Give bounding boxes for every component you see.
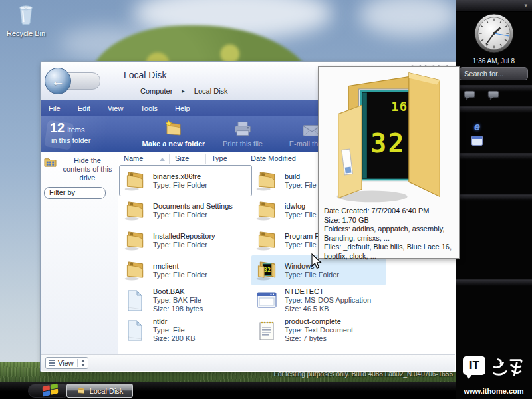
menu-view[interactable]: View [108,104,124,112]
recycle-bin-shortcut[interactable]: Recycle Bin [3,4,49,37]
file-name: rmclient [153,262,207,271]
file-type: Type: MS-DOS Application [285,296,371,305]
chat-bubble-icon[interactable] [486,90,501,104]
breadcrumb-local-disk[interactable]: Local Disk [194,87,228,95]
folder-icon [122,260,148,281]
menu-file[interactable]: File [49,104,61,112]
column-header-date-modified[interactable]: Date Modified [245,154,327,164]
view-button[interactable]: View [45,357,88,369]
file-type: Type: File Folder [153,181,207,190]
file-type: Type: File Folder [153,211,233,219]
file-icon [122,320,148,341]
analog-clock-icon [473,13,515,54]
folder-icon [122,200,148,221]
column-header-type[interactable]: Type [206,154,245,164]
file-size: Size: 280 KB [153,334,196,343]
make-new-folder-button[interactable]: Make a new folder [139,118,208,148]
window-app-icon[interactable] [471,136,483,146]
task-panel: Hide the contents of this drive Filter b… [41,152,118,354]
item-count-panel: 12items in this folder [41,116,134,152]
ithome-watermark: IT www.ithome.com [456,356,532,395]
file-name: Documents and Settings [153,202,233,211]
file-tile[interactable]: InstalledRepository Type: File Folder [120,225,251,255]
back-button[interactable]: ← [45,68,71,94]
clock-tile: 1:36 AM, Jul 8 [456,13,532,65]
folder-icon [122,170,148,191]
new-folder-icon [139,118,208,138]
infotip-folders: Folders: addins, apppatch, assembly, Bra… [324,225,454,243]
folder-icon [254,230,279,251]
file-size: Size: 46.5 KB [285,305,371,313]
folder-infotip: 16 32 Date Created: 7/7/2004 6:40 PM Siz… [318,66,460,259]
svg-text:32: 32 [370,128,405,158]
file-name: ntldr [153,317,196,326]
infotip-date-created: Date Created: 7/7/2004 6:40 PM [324,207,454,216]
file-type: Type: File Folder [153,241,215,249]
task-icon [76,385,86,397]
file-icon [122,290,148,311]
make-new-folder-label: Make a new folder [139,140,208,148]
list-view-icon [49,360,55,366]
file-tile[interactable]: binaries.x86fre Type: File Folder [120,166,251,196]
file-name: product-complete [285,317,353,326]
sidebar: ▾ [456,0,532,399]
ithome-it-logo: IT [463,356,485,375]
column-header-size[interactable]: Size [170,154,206,164]
file-tile[interactable]: NTDETECT Type: MS-DOS Application Size: … [251,285,386,315]
file-type: Type: File Folder [153,271,207,279]
sidebar-divider [456,153,532,160]
filter-by-input[interactable]: Filter by [44,187,106,199]
view-spinner[interactable] [81,360,85,366]
back-arrow-icon: ← [51,74,65,89]
file-tile[interactable]: ntldr Type: File Size: 280 KB [120,315,251,345]
menu-edit[interactable]: Edit [78,104,90,112]
desktop: Recycle Bin ← Local Disk Computer ▸ Loca… [0,0,532,399]
recycle-bin-label: Recycle Bin [3,29,49,37]
file-tile[interactable]: rmclient Type: File Folder [120,255,251,285]
sort-ascending-icon [160,158,165,161]
divider [77,359,78,367]
item-count-subtitle: in this folder [51,136,90,144]
file-size: Size: 7 bytes [285,334,353,343]
sidebar-divider [456,279,532,286]
file-tile[interactable]: Documents and Settings Type: File Folder [120,196,251,225]
sidebar-divider [456,106,532,113]
item-count: 12 [50,120,65,135]
window-title: Local Disk [124,70,167,80]
column-header-name[interactable]: Name [118,154,170,164]
taskbar-task-local-disk[interactable]: Local Disk [66,384,133,398]
chat-bubble-icon[interactable] [462,90,477,104]
msdos-icon [254,292,279,309]
task-label: Local Disk [90,387,124,395]
sidebar-header: ▾ [456,0,532,12]
view-button-label: View [58,359,74,367]
menu-tools[interactable]: Tools [140,104,158,112]
breadcrumb-computer[interactable]: Computer [140,87,172,95]
internet-explorer-icon[interactable]: e [474,121,480,133]
folder-preview-icon: 32 [254,260,279,281]
ithome-cn-glyph [491,356,525,378]
sidebar-search-input[interactable]: Search for... [459,67,528,80]
folder-icon [254,170,279,191]
sidebar-menu-arrow-icon[interactable]: ▾ [524,2,527,9]
svg-text:16: 16 [391,100,408,114]
recycle-bin-icon [15,17,37,28]
column-header-row: NameSizeTypeDate Modified [118,154,327,164]
svg-text:32: 32 [264,267,271,273]
print-file-label: Print this file [208,140,277,148]
menu-help[interactable]: Help [175,104,190,112]
infotip-files: Files: _default, Blue hills, Blue Lace 1… [324,243,454,261]
file-name: InstalledRepository [153,232,215,241]
file-name: NTDETECT [285,287,371,296]
breadcrumb-separator-icon: ▸ [182,88,185,94]
hide-contents-label: Hide the contents of this drive [59,156,116,182]
hide-contents-task[interactable]: Hide the contents of this drive [44,156,116,182]
file-name: Boot.BAK [153,287,203,296]
print-file-button[interactable]: Print this file [208,118,277,148]
cloud [359,0,459,37]
folder-icon [254,200,279,221]
sidebar-divider [456,194,532,201]
file-tile[interactable]: product-complete Type: Text Document Siz… [251,315,386,345]
file-tile[interactable]: Boot.BAK Type: BAK File Size: 198 bytes [120,285,251,315]
infotip-size: Size: 1.70 GB [324,216,454,225]
